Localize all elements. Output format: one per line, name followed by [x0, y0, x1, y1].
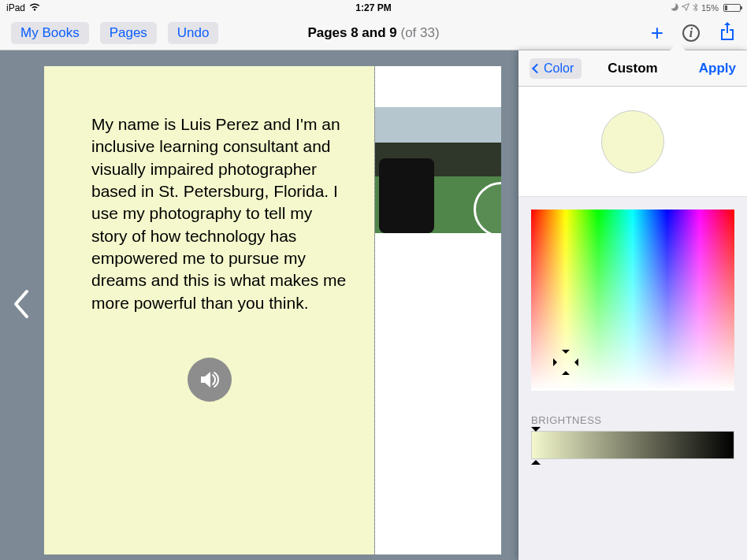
- page-right[interactable]: [375, 66, 501, 554]
- book-spread: My name is Luis Perez and I'm an inclusi…: [44, 66, 501, 554]
- spectrum-selector: [555, 351, 577, 373]
- popover-header: Color Custom Apply: [518, 50, 747, 87]
- my-books-button[interactable]: My Books: [11, 22, 89, 44]
- add-button[interactable]: +: [651, 22, 663, 44]
- battery-icon: [722, 4, 741, 12]
- color-picker-popover: Color Custom Apply BRIGHTNESS: [518, 50, 747, 560]
- page-photo: [375, 107, 501, 233]
- prev-page-button[interactable]: [11, 288, 30, 323]
- workspace: My name is Luis Perez and I'm an inclusi…: [0, 50, 747, 560]
- photo-device: [379, 158, 434, 233]
- pages-button[interactable]: Pages: [100, 22, 157, 44]
- speaker-icon: [198, 368, 221, 391]
- app-toolbar: My Books Pages Undo Pages 8 and 9 (of 33…: [0, 16, 747, 50]
- apply-button[interactable]: Apply: [699, 61, 736, 76]
- share-button[interactable]: [719, 21, 736, 45]
- page-body-text: My name is Luis Perez and I'm an inclusi…: [91, 113, 351, 314]
- clock-label: 1:27 PM: [355, 2, 391, 13]
- brightness-label: BRIGHTNESS: [518, 403, 747, 431]
- photo-overlay-circle: [474, 182, 501, 237]
- undo-button[interactable]: Undo: [168, 22, 219, 44]
- page-range: Pages 8 and 9: [307, 25, 396, 40]
- brightness-slider[interactable]: [531, 431, 734, 459]
- audio-play-button[interactable]: [188, 358, 232, 402]
- color-preview-swatch: [601, 110, 664, 173]
- popover-title: Custom: [608, 61, 657, 76]
- color-preview-area: [518, 87, 747, 197]
- status-bar: iPad 1:27 PM 15%: [0, 0, 747, 16]
- info-button[interactable]: i: [682, 24, 700, 42]
- page-total: (of 33): [397, 25, 440, 40]
- page-left[interactable]: My name is Luis Perez and I'm an inclusi…: [44, 66, 374, 554]
- color-back-button[interactable]: Color: [530, 58, 582, 79]
- color-spectrum-picker[interactable]: [531, 210, 734, 391]
